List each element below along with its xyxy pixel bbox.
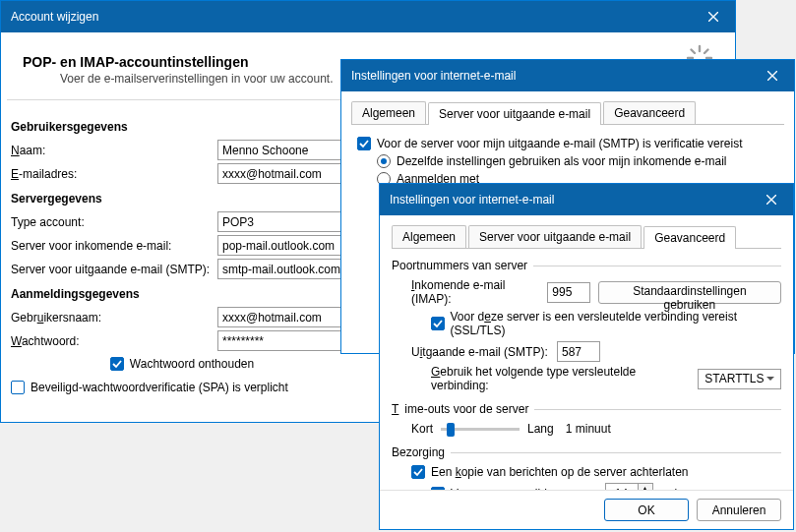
incoming-port-field[interactable] — [547, 282, 590, 303]
label-name: Naam: — [11, 144, 217, 157]
remove-after-label: Van server verwijderen na — [451, 487, 587, 491]
incoming-port-label: Inkomende e-mail (IMAP): — [411, 278, 547, 306]
spa-checkbox[interactable] — [11, 381, 25, 394]
tab-advanced[interactable]: Geavanceerd — [603, 101, 696, 124]
spin-up-icon[interactable]: ▲ — [639, 484, 652, 490]
smtp-auth-label: Voor de server voor mijn uitgaande e-mai… — [377, 137, 742, 150]
svg-line-8 — [704, 50, 708, 54]
leave-copy-label: Een kopie van berichten op de server ach… — [431, 465, 689, 479]
defaults-button[interactable]: Standaardinstellingen gebruiken — [598, 281, 781, 304]
remember-password-checkbox[interactable] — [110, 357, 124, 371]
timeout-slider[interactable] — [441, 428, 520, 431]
svg-line-6 — [692, 50, 696, 54]
leave-copy-checkbox[interactable] — [411, 465, 425, 479]
tab-outgoing[interactable]: Server voor uitgaande e-mail — [468, 225, 642, 248]
days-unit: dagen — [671, 487, 704, 491]
incoming-field[interactable] — [217, 235, 347, 256]
encryption-select[interactable]: STARTTLS — [698, 369, 781, 389]
label-outgoing: Server voor uitgaande e-mail (SMTP): — [11, 263, 217, 276]
username-field[interactable] — [217, 307, 347, 327]
window-title: Instellingen voor internet-e-mail — [390, 193, 749, 207]
name-field[interactable] — [217, 140, 347, 160]
close-icon[interactable] — [749, 184, 793, 215]
label-type: Type account: — [11, 215, 217, 229]
timeout-long-label: Lang — [527, 422, 554, 436]
password-field[interactable] — [217, 330, 347, 351]
group-delivery: Bezorging — [392, 445, 451, 459]
outgoing-port-label: Uitgaande e-mail (SMTP): — [411, 345, 557, 359]
window-title: Instellingen voor internet-e-mail — [351, 69, 750, 83]
label-email: E-mailadres: — [11, 167, 217, 181]
type-field — [217, 211, 347, 232]
label-password: Wachtwoord: — [11, 334, 217, 348]
tab-advanced[interactable]: Geavanceerd — [643, 226, 736, 249]
label-username: Gebruikersnaam: — [11, 311, 217, 325]
same-settings-label: Dezelfde instellingen gebruiken als voor… — [397, 154, 727, 168]
window-title: Account wijzigen — [11, 10, 691, 24]
days-field[interactable] — [605, 483, 639, 490]
outgoing-port-field[interactable] — [557, 341, 600, 362]
close-icon[interactable] — [691, 1, 735, 32]
spa-label: Beveiligd-wachtwoordverificatie (SPA) is… — [31, 381, 288, 394]
smtp-auth-checkbox[interactable] — [357, 137, 371, 150]
tab-general[interactable]: Algemeen — [351, 101, 426, 124]
remember-password-label: Wachtwoord onthouden — [130, 357, 254, 371]
tab-general[interactable]: Algemeen — [392, 225, 466, 248]
days-spinner[interactable]: ▲▼ — [605, 483, 653, 490]
outgoing-field[interactable] — [217, 259, 347, 279]
label-incoming: Server voor inkomende e-mail: — [11, 239, 217, 253]
email-field[interactable] — [217, 163, 347, 184]
same-settings-radio[interactable] — [377, 154, 391, 168]
ssl-required-label: Voor deze server is een versleutelde ver… — [451, 310, 781, 337]
timeout-value: 1 minuut — [566, 422, 611, 436]
timeout-short-label: Kort — [411, 422, 433, 436]
close-icon[interactable] — [750, 60, 794, 91]
group-ports: Poortnummers van server — [392, 259, 533, 272]
tab-outgoing[interactable]: Server voor uitgaande e-mail — [428, 102, 601, 125]
ssl-required-checkbox[interactable] — [431, 317, 445, 330]
encryption-label: Gebruik het volgende type versleutelde v… — [431, 365, 690, 392]
cancel-button[interactable]: Annuleren — [697, 499, 781, 521]
remove-after-checkbox[interactable] — [431, 487, 445, 491]
ok-button[interactable]: OK — [604, 499, 689, 521]
group-timeouts: Time-outs voor de server — [392, 402, 534, 416]
